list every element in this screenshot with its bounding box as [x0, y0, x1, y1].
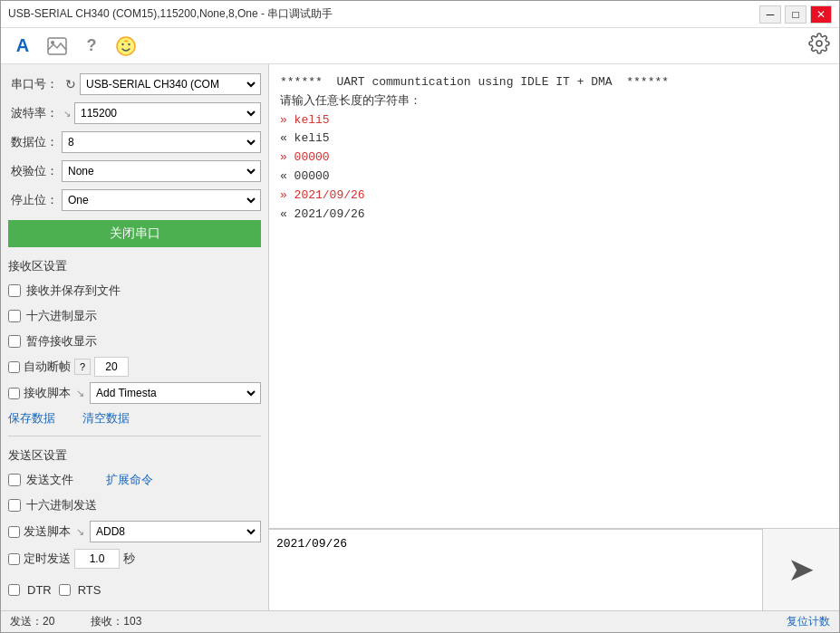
- receive-line: » 00000: [280, 149, 828, 168]
- close-port-button[interactable]: 关闭串口: [8, 220, 261, 247]
- section-divider: [8, 436, 261, 436]
- save-data-link[interactable]: 保存数据: [8, 410, 55, 427]
- rts-checkbox[interactable]: [59, 584, 71, 596]
- send-input[interactable]: [269, 529, 762, 610]
- expand-cmd-link[interactable]: 扩展命令: [106, 472, 153, 488]
- send-script-label: 发送脚本: [24, 523, 71, 540]
- timed-send-input[interactable]: [74, 549, 120, 569]
- data-links-row: 保存数据 清空数据: [8, 410, 261, 427]
- send-status: 发送：20: [10, 614, 54, 629]
- timed-send-unit: 秒: [123, 551, 135, 567]
- clear-data-link[interactable]: 清空数据: [82, 410, 130, 427]
- save-file-row: 接收并保存到文件: [8, 280, 261, 302]
- dtr-checkbox[interactable]: [8, 584, 20, 596]
- hex-display-checkbox[interactable]: [8, 310, 21, 322]
- auto-frame-row: 自动断帧 ?: [8, 356, 261, 378]
- left-panel: 串口号： ↻ USB-SERIAL CH340 (COM 波特率： ↘ 1152…: [1, 64, 268, 610]
- title-controls: ─ □ ✕: [759, 5, 832, 24]
- recv-script-select-wrapper[interactable]: Add Timesta None: [90, 382, 261, 404]
- send-script-checkbox[interactable]: [8, 526, 20, 538]
- send-script-row: 发送脚本 ↘ ADD8 None CRC16: [8, 520, 261, 543]
- send-script-icon: ↘: [76, 526, 84, 538]
- stop-bits-row: 停止位： One OnePointFive Two: [8, 187, 261, 213]
- port-select[interactable]: USB-SERIAL CH340 (COM: [82, 77, 258, 91]
- port-select-wrapper[interactable]: USB-SERIAL CH340 (COM: [80, 73, 261, 95]
- send-button[interactable]: ➤: [762, 529, 839, 610]
- settings-icon[interactable]: [808, 33, 830, 59]
- svg-point-2: [117, 37, 135, 55]
- pause-recv-checkbox[interactable]: [8, 335, 21, 348]
- dtr-rts-row: DTR RTS: [8, 578, 261, 601]
- recv-count: 103: [123, 615, 141, 628]
- timed-send-label: 定时发送: [24, 551, 71, 567]
- auto-frame-input[interactable]: [94, 357, 129, 377]
- status-bar: 发送：20 接收：103 复位计数: [1, 610, 839, 632]
- refresh-icon[interactable]: ↻: [65, 77, 76, 91]
- minimize-button[interactable]: ─: [759, 5, 781, 24]
- recv-script-checkbox[interactable]: [8, 388, 20, 399]
- maximize-button[interactable]: □: [785, 5, 806, 24]
- toolbar-left: A ?: [10, 34, 139, 59]
- hex-display-row: 十六进制显示: [8, 305, 261, 327]
- save-file-checkbox[interactable]: [8, 284, 21, 297]
- receive-line: » 2021/09/26: [280, 187, 828, 206]
- receive-line: 请输入任意长度的字符串：: [280, 92, 828, 111]
- svg-point-3: [121, 43, 123, 44]
- recv-settings-title: 接收区设置: [8, 258, 261, 274]
- send-file-label: 发送文件: [26, 472, 73, 488]
- font-icon[interactable]: A: [10, 34, 35, 59]
- toolbar: A ?: [1, 28, 839, 64]
- emoji-icon[interactable]: [113, 34, 139, 59]
- recv-script-row: 接收脚本 ↘ Add Timesta None: [8, 381, 261, 405]
- baud-select-wrapper[interactable]: 115200 9600 19200 38400 57600 230400: [74, 102, 261, 124]
- hex-send-checkbox[interactable]: [8, 499, 21, 512]
- baud-select[interactable]: 115200 9600 19200 38400 57600 230400: [77, 106, 258, 120]
- data-bits-label: 数据位：: [8, 134, 58, 150]
- send-script-select[interactable]: ADD8 None CRC16: [92, 524, 258, 539]
- parity-select[interactable]: None Odd Even: [64, 164, 258, 178]
- close-button[interactable]: ✕: [810, 5, 832, 24]
- data-bits-select[interactable]: 8 5 6 7: [64, 135, 258, 149]
- data-bits-select-wrapper[interactable]: 8 5 6 7: [62, 131, 261, 153]
- auto-frame-help-button[interactable]: ?: [74, 359, 91, 375]
- send-file-checkbox[interactable]: [8, 474, 21, 486]
- send-count: 20: [43, 615, 54, 628]
- auto-frame-checkbox[interactable]: [8, 361, 20, 373]
- parity-row: 校验位： None Odd Even: [8, 158, 261, 184]
- stop-bits-select[interactable]: One OnePointFive Two: [64, 193, 258, 207]
- send-file-row: 发送文件 扩展命令: [8, 469, 261, 491]
- data-bits-row: 数据位： 8 5 6 7: [8, 129, 261, 155]
- baud-label: 波特率：: [8, 105, 58, 121]
- recv-script-select[interactable]: Add Timesta None: [92, 386, 258, 400]
- stop-bits-select-wrapper[interactable]: One OnePointFive Two: [62, 189, 261, 211]
- baud-row: 波特率： ↘ 115200 9600 19200 38400 57600 230…: [8, 101, 261, 126]
- dtr-label: DTR: [27, 583, 52, 597]
- help-icon[interactable]: ?: [79, 34, 104, 59]
- send-script-select-wrapper[interactable]: ADD8 None CRC16: [90, 521, 261, 542]
- title-bar: USB-SERIAL CH340 (COM15),115200,None,8,O…: [1, 1, 839, 28]
- hex-send-row: 十六进制发送: [8, 494, 261, 516]
- receive-line: « 2021/09/26: [280, 206, 828, 225]
- receive-line: « keli5: [280, 129, 828, 149]
- baud-icon: ↘: [63, 109, 71, 119]
- parity-select-wrapper[interactable]: None Odd Even: [62, 160, 261, 182]
- auto-frame-label: 自动断帧: [24, 359, 71, 375]
- hex-send-label: 十六进制发送: [26, 497, 97, 513]
- rts-label: RTS: [78, 583, 101, 597]
- receive-line: ****** UART communtication using IDLE IT…: [280, 73, 828, 92]
- save-file-label: 接收并保存到文件: [26, 283, 121, 299]
- send-settings-title: 发送区设置: [8, 447, 261, 464]
- receive-area: ****** UART communtication using IDLE IT…: [269, 64, 839, 529]
- reset-count-link[interactable]: 复位计数: [787, 614, 830, 629]
- main-window: USB-SERIAL CH340 (COM15),115200,None,8,O…: [0, 0, 840, 633]
- timed-send-checkbox[interactable]: [8, 553, 20, 565]
- port-row: 串口号： ↻ USB-SERIAL CH340 (COM: [8, 72, 261, 97]
- parity-label: 校验位：: [8, 163, 58, 179]
- send-label: 发送：: [10, 615, 43, 628]
- timed-send-row: 定时发送 秒: [8, 547, 261, 571]
- image-icon[interactable]: [44, 34, 70, 59]
- right-panel: ****** UART communtication using IDLE IT…: [268, 64, 839, 610]
- title-text: USB-SERIAL CH340 (COM15),115200,None,8,O…: [8, 6, 333, 22]
- recv-script-label: 接收脚本: [24, 385, 71, 401]
- recv-script-icon: ↘: [76, 388, 84, 399]
